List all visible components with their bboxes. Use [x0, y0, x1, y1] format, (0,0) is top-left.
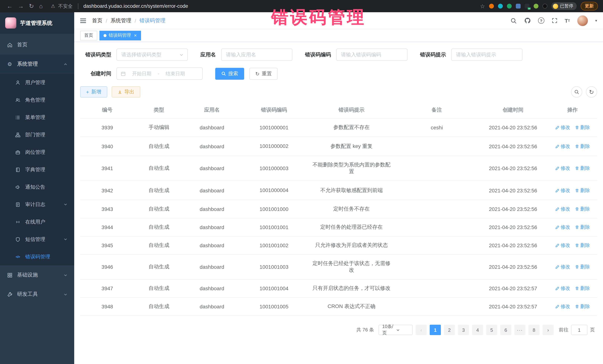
sidebar-item-system-management[interactable]: ⚙ 系统管理 — [0, 55, 74, 74]
browser-update-button[interactable]: 更新 — [581, 2, 598, 10]
page-button-3[interactable]: 3 — [458, 325, 469, 335]
sidebar-item-dev-tools[interactable]: 研发工具 — [0, 285, 74, 304]
profile-paused-chip[interactable]: 已暂停 — [551, 2, 577, 10]
top-navbar: 首页 / 系统管理 / 错误码管理 ? TT ▾ — [74, 12, 603, 29]
cell-id: 3941 — [80, 156, 135, 181]
edit-link[interactable]: 修改 — [555, 187, 570, 194]
extension-icon-orange[interactable] — [489, 4, 494, 9]
sidebar-item-infrastructure[interactable]: 基础设施 — [0, 265, 74, 285]
calendar-icon — [121, 71, 126, 76]
fullscreen-icon[interactable] — [551, 17, 558, 24]
back-icon[interactable]: ← — [7, 3, 13, 9]
sidebar-item-department-management[interactable]: 部门管理 — [0, 126, 74, 143]
close-tab-icon[interactable]: × — [134, 33, 137, 38]
help-icon[interactable]: ? — [538, 17, 544, 24]
page-button-1[interactable]: 1 — [430, 325, 441, 335]
sidebar-item-error-code-management[interactable]: </> 错误码管理 — [0, 248, 74, 265]
app-name-label: 应用名 — [200, 51, 216, 58]
add-button[interactable]: + 新增 — [80, 86, 107, 98]
delete-link[interactable]: 删除 — [575, 224, 590, 231]
delete-link[interactable]: 删除 — [575, 165, 590, 172]
edit-link[interactable]: 修改 — [555, 143, 570, 150]
edit-link[interactable]: 修改 — [555, 165, 570, 172]
start-date-input[interactable] — [128, 71, 155, 76]
page-button-6[interactable]: 6 — [500, 325, 511, 335]
delete-link[interactable]: 删除 — [575, 264, 590, 270]
table-row: 3943自动生成dashboard1001001000定时任务不存在2021-0… — [80, 200, 597, 218]
edit-link[interactable]: 修改 — [555, 224, 570, 231]
sidebar-item-dictionary-management[interactable]: 字典管理 — [0, 161, 74, 178]
page-content: 错误码类型 请选择错误码类型 应用名 错误码编码 — [74, 42, 603, 364]
export-button[interactable]: 导出 — [112, 86, 140, 98]
more-pages-button[interactable]: ··· — [514, 325, 525, 335]
error-code-label: 错误码编码 — [305, 51, 331, 58]
delete-link[interactable]: 删除 — [575, 124, 590, 131]
sidebar-item-notice-announcement[interactable]: 通知公告 — [0, 178, 74, 196]
table-row: 3946自动生成dashboard1001001003定时任务已经处于该状态，无… — [80, 254, 597, 279]
delete-link[interactable]: 删除 — [575, 285, 590, 292]
font-size-icon[interactable]: TT — [565, 18, 570, 23]
extension-icon-teal[interactable] — [498, 4, 503, 9]
search-icon[interactable] — [510, 17, 517, 24]
edit-link[interactable]: 修改 — [555, 124, 570, 131]
edit-link[interactable]: 修改 — [555, 285, 570, 292]
delete-link[interactable]: 删除 — [575, 206, 590, 212]
sidebar-toggle-icon[interactable] — [80, 18, 86, 23]
chevron-down-icon[interactable]: ▾ — [595, 19, 597, 22]
home-icon[interactable]: ⌂ — [39, 3, 43, 9]
active-tab-dot — [104, 34, 106, 37]
edit-link[interactable]: 修改 — [555, 303, 570, 310]
delete-link[interactable]: 删除 — [575, 143, 590, 150]
page-button-4[interactable]: 4 — [472, 325, 483, 335]
delete-link[interactable]: 删除 — [575, 242, 590, 249]
sidebar-item-home[interactable]: 首页 — [0, 35, 74, 55]
extension-icon-dark[interactable]: on — [525, 4, 530, 9]
page-size-select[interactable]: 10条/页 — [379, 325, 413, 335]
paused-label: 已暂停 — [560, 3, 573, 9]
page-button-8[interactable]: 8 — [528, 325, 540, 335]
breadcrumb-system[interactable]: 系统管理 — [111, 17, 131, 24]
edit-link[interactable]: 修改 — [555, 242, 570, 249]
edit-link[interactable]: 修改 — [555, 264, 570, 270]
book-icon — [15, 167, 21, 173]
tab-home[interactable]: 首页 — [80, 31, 97, 40]
reload-icon[interactable]: ↻ — [29, 3, 34, 9]
edit-link[interactable]: 修改 — [555, 206, 570, 212]
error-code-input[interactable] — [336, 49, 407, 61]
next-page-button[interactable]: › — [543, 325, 554, 335]
delete-link[interactable]: 删除 — [575, 187, 590, 194]
app-name-input[interactable] — [221, 49, 292, 61]
address-bar[interactable]: ⚠ 不安全 dashboard.yudao.iocoder.cn/system/… — [46, 3, 478, 10]
sidebar-item-sms-management[interactable]: 短信管理 — [0, 231, 74, 248]
reset-button[interactable]: ↻ 重置 — [249, 68, 278, 79]
error-message-input[interactable] — [451, 49, 522, 61]
end-date-input[interactable] — [162, 71, 189, 76]
breadcrumb-home[interactable]: 首页 — [92, 17, 103, 24]
sidebar-item-role-management[interactable]: 角色管理 — [0, 91, 74, 109]
sidebar-item-position-management[interactable]: 岗位管理 — [0, 143, 74, 161]
delete-link[interactable]: 删除 — [575, 303, 590, 310]
page-button-2[interactable]: 2 — [444, 325, 455, 335]
goto-page-input[interactable] — [571, 325, 587, 335]
search-button[interactable]: 搜索 — [215, 68, 244, 79]
extension-icon-blue[interactable] — [516, 4, 521, 9]
avatar[interactable] — [577, 15, 588, 26]
date-range-picker[interactable]: - — [116, 67, 203, 80]
extension-icon-green[interactable] — [507, 4, 512, 9]
extension-icon-leaf[interactable] — [533, 4, 538, 9]
page-button-5[interactable]: 5 — [486, 325, 497, 335]
sidebar-item-audit-log[interactable]: 审计日志 — [0, 196, 74, 213]
show-search-icon-button[interactable] — [571, 86, 582, 98]
forward-icon[interactable]: → — [18, 3, 24, 9]
tab-error-code-management[interactable]: 错误码管理 × — [99, 31, 141, 40]
sidebar-item-user-management[interactable]: 用户管理 — [0, 74, 74, 91]
bookmark-star-icon[interactable]: ☆ — [480, 3, 485, 10]
error-type-select[interactable]: 请选择错误码类型 — [116, 49, 188, 61]
prev-page-button[interactable]: ‹ — [416, 325, 427, 335]
sidebar-item-menu-management[interactable]: 菜单管理 — [0, 109, 74, 126]
sidebar-item-online-users[interactable]: 在线用户 — [0, 213, 74, 231]
pin-extension-icon[interactable] — [543, 4, 547, 9]
app-logo[interactable]: 芋道管理系统 — [0, 12, 74, 34]
github-icon[interactable] — [524, 17, 531, 24]
refresh-table-button[interactable]: ↻ — [586, 86, 597, 98]
